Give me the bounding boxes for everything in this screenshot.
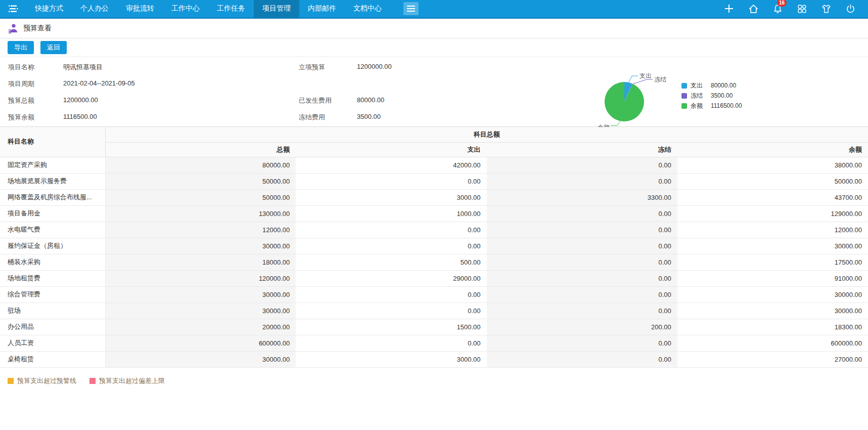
amount-cell: 0.00 (296, 286, 486, 303)
legend-swatch (681, 83, 687, 89)
legend-swatch (681, 103, 687, 109)
warning-legend-label: 预算支出超过偏差上限 (99, 376, 165, 385)
table-row: 履约保证金（房租）30000.000.000.0030000.00 (0, 238, 868, 254)
top-navbar: 快捷方式个人办公审批流转工作中心工作任务项目管理内部邮件文档中心 16 (0, 0, 868, 19)
amount-cell: 0.00 (487, 238, 677, 254)
table-row: 桌椅租赁30000.003000.000.0027000.00 (0, 351, 868, 367)
add-button[interactable] (723, 3, 735, 14)
amount-cell: 0.00 (296, 335, 486, 351)
legend-value: 80000.00 (711, 82, 736, 89)
amount-cell: 30000.00 (105, 351, 296, 367)
nav-item[interactable]: 内部邮件 (299, 0, 345, 17)
power-icon (845, 4, 856, 14)
table-row: 场地租赁费120000.0029000.000.0091000.00 (0, 270, 868, 286)
theme-skin-button[interactable] (821, 4, 832, 14)
warning-legend-swatch (89, 378, 96, 384)
table-row: 网络覆盖及机房综合布线服...50000.003000.003300.00437… (0, 189, 868, 205)
subject-cell: 场地展览展示服务费 (0, 173, 105, 189)
logout-button[interactable] (845, 4, 856, 14)
amount-cell: 12000.00 (677, 222, 868, 238)
amount-cell: 0.00 (487, 205, 677, 222)
amount-cell: 42000.00 (296, 157, 486, 173)
field-value: 80000.00 (357, 96, 384, 104)
amount-cell: 17500.00 (677, 254, 868, 270)
amount-cell: 600000.00 (677, 335, 868, 351)
field-label: 预算总额 (8, 96, 34, 105)
field-value: 明讯恒基项目 (63, 63, 103, 72)
amount-cell: 0.00 (296, 173, 486, 189)
amount-cell: 600000.00 (105, 335, 296, 351)
subject-cell: 桶装水采购 (0, 254, 105, 270)
nav-item[interactable]: 个人办公 (72, 0, 117, 17)
amount-cell: 0.00 (296, 303, 486, 319)
pie-label: 冻结 (654, 76, 666, 83)
pie-slice[interactable] (605, 82, 644, 121)
table-row: 项目备用金130000.001000.000.00129000.00 (0, 205, 868, 222)
subject-cell: 固定资产采购 (0, 157, 105, 173)
project-info-section: 项目名称明讯恒基项目立项预算1200000.00项目周期2021-02-04--… (0, 57, 868, 127)
amount-cell: 200.00 (487, 319, 677, 335)
field-label: 预算余额 (8, 113, 34, 122)
toolbar: 导出 返回 (0, 38, 868, 57)
subject-cell: 驻场 (0, 303, 105, 319)
amount-cell: 0.00 (487, 222, 677, 238)
notifications-button[interactable]: 16 (772, 4, 783, 14)
warning-legend: 预算支出超过预警线预算支出超过偏差上限 (8, 376, 868, 385)
apps-button[interactable] (797, 4, 807, 14)
navbar-actions: 16 (723, 0, 868, 17)
column-group-header: 科目总额 (105, 127, 868, 142)
amount-cell: 0.00 (487, 254, 677, 270)
warning-legend-swatch (8, 378, 14, 384)
field-value: 3500.00 (357, 113, 381, 120)
amount-cell: 30000.00 (677, 238, 868, 254)
nav-item[interactable]: 文档中心 (345, 0, 390, 17)
nav-item[interactable]: 工作中心 (163, 0, 208, 17)
field-label: 立项预算 (299, 63, 325, 72)
amount-cell: 0.00 (487, 157, 677, 173)
subject-cell: 办公用品 (0, 319, 105, 335)
home-icon (748, 4, 759, 14)
nav-menu: 快捷方式个人办公审批流转工作中心工作任务项目管理内部邮件文档中心 (26, 0, 390, 17)
plus-icon (723, 3, 735, 14)
home-button[interactable] (748, 4, 759, 14)
field-label: 项目名称 (8, 63, 34, 72)
nav-item[interactable]: 快捷方式 (26, 0, 72, 17)
amount-cell: 80000.00 (105, 157, 296, 173)
export-button[interactable]: 导出 (8, 41, 34, 54)
amount-cell: 29000.00 (296, 270, 486, 286)
warning-legend-item: 预算支出超过偏差上限 (89, 376, 165, 385)
amount-cell: 20000.00 (105, 319, 296, 335)
amount-cell: 500.00 (296, 254, 486, 270)
legend-item[interactable]: 余额1116500.00 (681, 101, 742, 111)
warning-legend-label: 预算支出超过预警线 (17, 376, 76, 385)
subject-cell: 项目备用金 (0, 205, 105, 222)
nav-item[interactable]: 审批流转 (117, 0, 163, 17)
amount-cell: 0.00 (487, 335, 677, 351)
tshirt-icon (821, 4, 832, 14)
warning-legend-item: 预算支出超过预警线 (8, 376, 76, 385)
amount-cell: 3000.00 (296, 189, 486, 205)
table-header: 科目名称 科目总额 总额支出冻结余额 (0, 127, 868, 157)
menu-collapse-icon[interactable] (0, 0, 26, 17)
table-row: 固定资产采购80000.0042000.000.0038000.00 (0, 157, 868, 173)
amount-cell: 0.00 (487, 303, 677, 319)
field-value: 1200000.00 (63, 96, 98, 104)
column-header-subject: 科目名称 (0, 127, 105, 157)
amount-cell: 91000.00 (677, 270, 868, 286)
subject-cell: 履约保证金（房租） (0, 238, 105, 254)
back-button[interactable]: 返回 (40, 41, 67, 54)
more-menus-button[interactable] (403, 2, 419, 15)
subject-cell: 场地租赁费 (0, 270, 105, 286)
amount-cell: 0.00 (296, 238, 486, 254)
legend-item[interactable]: 支出80000.00 (681, 80, 742, 91)
page-header: 预算查看 (0, 19, 868, 38)
amount-cell: 38000.00 (677, 157, 868, 173)
amount-cell: 12000.00 (105, 222, 296, 238)
notification-badge: 16 (777, 0, 787, 7)
amount-cell: 50000.00 (105, 173, 296, 189)
legend-swatch (681, 93, 687, 99)
nav-item[interactable]: 工作任务 (208, 0, 254, 17)
pie-label-line (633, 79, 653, 84)
nav-item[interactable]: 项目管理 (254, 0, 299, 19)
legend-item[interactable]: 冻结3500.00 (681, 91, 742, 101)
